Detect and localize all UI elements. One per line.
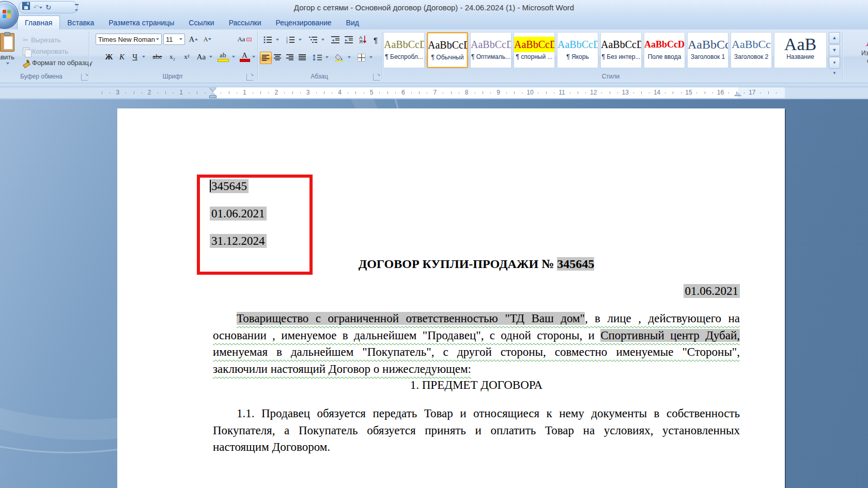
underline-button[interactable]: Ч: [129, 51, 141, 63]
italic-button[interactable]: К: [116, 51, 128, 63]
left-indent-marker[interactable]: [209, 96, 216, 98]
underline-caret[interactable]: [141, 51, 146, 63]
font-dialog-launcher[interactable]: [246, 74, 253, 81]
superscript-button[interactable]: x²: [180, 51, 193, 63]
paste-button[interactable]: [0, 32, 18, 53]
document-area: 34564501.06.202131.12.2024 ДОГОВОР КУПЛИ…: [0, 99, 868, 488]
change-styles-button[interactable]: АА Изменить стили: [844, 32, 868, 80]
bullets-caret[interactable]: [274, 35, 280, 45]
highlight-button[interactable]: ab: [216, 51, 230, 63]
style-nazvanie[interactable]: AaBНазвание: [774, 32, 827, 68]
copy-button[interactable]: Копировать: [23, 46, 68, 56]
document-line[interactable]: Покупателя, а Покупатель обязуется приня…: [213, 422, 740, 439]
font-size-caret[interactable]: [179, 38, 182, 40]
font-name-combo[interactable]: Times New Roman: [96, 34, 162, 45]
style-spornyj[interactable]: AaBbCcD¶ спорный ...: [514, 32, 555, 68]
document-line[interactable]: заключили настоящий Договор о нижеследую…: [213, 361, 740, 378]
styles-gallery-scroll-down[interactable]: ▼: [829, 44, 840, 56]
document-line[interactable]: настоящим Договором.: [213, 439, 740, 456]
ruler-tick: [705, 91, 705, 94]
numbering-button[interactable]: 123: [284, 35, 297, 45]
clipboard-dialog-launcher[interactable]: [81, 74, 88, 81]
style-pole-vvoda[interactable]: AaBbCcDcПоле ввода: [644, 32, 685, 68]
redo-button[interactable]: ↻: [45, 2, 52, 12]
shrink-font-button[interactable]: А: [201, 34, 214, 45]
align-right-button[interactable]: [285, 52, 296, 63]
hanging-indent-marker[interactable]: [209, 92, 216, 96]
field-value-highlight: 345645: [210, 179, 249, 193]
multilevel-list-button[interactable]: [306, 35, 320, 45]
increase-indent-button[interactable]: [343, 35, 355, 45]
font-name-caret[interactable]: [156, 38, 159, 40]
borders-button[interactable]: [354, 52, 368, 63]
ruler-band[interactable]: 3211234567891011121314151617: [0, 87, 868, 99]
style-bez-intervala[interactable]: AaBbCcD¶ Без интер...: [600, 32, 642, 68]
document-line[interactable]: основании , именуемое в дальнейшем "Прод…: [213, 327, 740, 344]
undo-caret-icon[interactable]: [39, 7, 42, 9]
field-line[interactable]: 345645: [210, 180, 267, 194]
justify-button[interactable]: [297, 52, 308, 63]
document-line[interactable]: именуемая в дальнейшем "Покупатель", с д…: [213, 344, 740, 361]
numbering-caret[interactable]: [297, 35, 303, 45]
tab-insert[interactable]: Вставка: [60, 16, 101, 29]
body-text: , в лице , действующего на: [585, 312, 740, 325]
strikethrough-button[interactable]: abe: [150, 51, 164, 63]
qat-customize-button[interactable]: [73, 3, 80, 10]
shading-button[interactable]: [333, 52, 346, 63]
tab-view[interactable]: Вид: [339, 16, 366, 29]
style-yakor[interactable]: AaBbCcD¶ Якорь: [557, 32, 598, 68]
align-center-button[interactable]: [272, 52, 283, 63]
bullets-button[interactable]: [261, 35, 274, 45]
decrease-indent-button[interactable]: [329, 35, 342, 45]
tab-page-layout[interactable]: Разметка страницы: [101, 16, 181, 29]
cut-button[interactable]: ✂ Вырезать: [23, 35, 61, 45]
ruler-number: 13: [620, 89, 630, 96]
format-painter-button[interactable]: Формат по образцу: [23, 57, 92, 68]
style-besproblemnyj[interactable]: AaBbCcD¶ Беспробл...: [383, 32, 425, 68]
style-zagolovok-2[interactable]: AaBbCcЗаголовок 2: [731, 32, 772, 68]
undo-button[interactable]: ↶: [33, 2, 42, 12]
save-button[interactable]: [22, 2, 30, 12]
bold-button[interactable]: Ж: [103, 51, 115, 63]
paste-dropdown-caret[interactable]: [6, 62, 9, 65]
highlight-caret[interactable]: [230, 51, 236, 63]
change-case-button[interactable]: Аа: [195, 51, 208, 63]
document-line[interactable]: Товарищество с ограниченной ответственно…: [213, 310, 740, 327]
grow-font-button[interactable]: А: [187, 34, 200, 45]
line-spacing-caret[interactable]: [324, 52, 330, 63]
field-line[interactable]: 31.12.2024: [210, 234, 267, 248]
font-color-caret[interactable]: [251, 51, 256, 63]
borders-caret[interactable]: [368, 52, 374, 63]
change-case-caret[interactable]: [208, 51, 213, 63]
styles-gallery-more-button[interactable]: ▾▾: [829, 57, 840, 69]
ruler-number: 10: [525, 89, 535, 96]
styles-gallery-scroll-up[interactable]: ▲: [829, 32, 840, 44]
paste-label[interactable]: авить: [0, 53, 21, 61]
align-left-button[interactable]: [260, 52, 272, 64]
shading-caret[interactable]: [346, 52, 352, 63]
intro-paragraph: Товарищество с ограниченной ответственно…: [213, 310, 740, 377]
line-spacing-button[interactable]: [311, 52, 324, 63]
first-line-indent-marker[interactable]: [209, 87, 216, 91]
clear-formatting-button[interactable]: Аа: [237, 34, 252, 45]
sort-button[interactable]: А Я: [357, 34, 369, 46]
font-size-combo[interactable]: 11: [163, 34, 185, 45]
style-obychnyj[interactable]: AaBbCcD¶ Обычный: [427, 32, 468, 68]
ruler-tick: [665, 92, 665, 93]
tab-mailings[interactable]: Рассылки: [222, 16, 269, 29]
subscript-button[interactable]: x₂: [166, 51, 179, 63]
document-page[interactable]: 34564501.06.202131.12.2024 ДОГОВОР КУПЛИ…: [117, 108, 785, 488]
paragraph-dialog-launcher[interactable]: [373, 74, 380, 81]
tab-review[interactable]: Рецензирование: [269, 16, 339, 29]
ruler-tick: [483, 91, 483, 94]
tab-references[interactable]: Ссылки: [181, 16, 221, 29]
multilevel-caret[interactable]: [320, 35, 326, 45]
field-line[interactable]: 01.06.2021: [210, 207, 267, 221]
style-zagolovok-1[interactable]: AaBbCcЗаголовок 1: [687, 32, 729, 68]
right-indent-marker[interactable]: [734, 92, 741, 96]
document-line[interactable]: 1.1. Продавец обязуется передать Товар и…: [213, 405, 740, 422]
font-color-button[interactable]: А: [238, 51, 251, 63]
show-paragraph-marks-button[interactable]: ¶: [370, 34, 381, 46]
style-optimalnyj[interactable]: AaBbCcD¶ Оптималь...: [470, 32, 512, 68]
tab-home[interactable]: Главная: [17, 15, 60, 29]
